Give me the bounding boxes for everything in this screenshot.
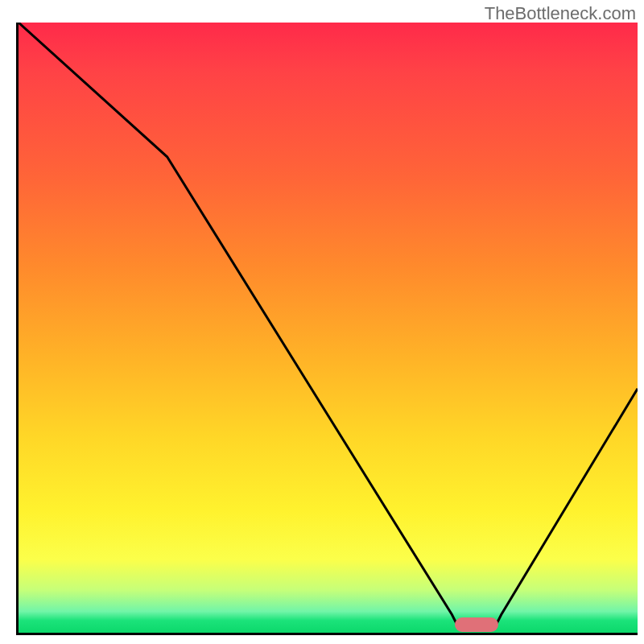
optimal-range-marker bbox=[455, 617, 498, 632]
chart-plot-area bbox=[16, 23, 638, 635]
watermark-text: TheBottleneck.com bbox=[485, 3, 636, 24]
bottleneck-curve-line bbox=[19, 23, 638, 626]
chart-curve-svg bbox=[19, 23, 638, 633]
